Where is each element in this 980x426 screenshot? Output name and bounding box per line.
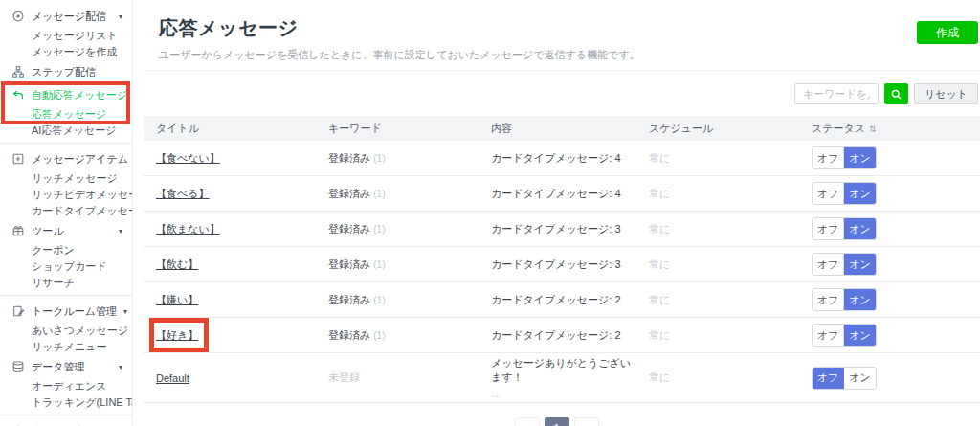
chevron-down-icon: ▾	[123, 307, 127, 316]
sidebar-divider	[0, 415, 132, 415]
column-header: タイトル	[144, 122, 316, 136]
status-toggle: オフオン	[812, 146, 877, 169]
sidebar-item-response-message[interactable]: 応答メッセージ	[0, 106, 132, 123]
status-on-button[interactable]: オン	[844, 368, 876, 389]
sidebar-item-research[interactable]: リサーチ	[0, 275, 132, 291]
sidebar-item-label: 応答メッセージ	[32, 107, 106, 122]
row-content: メッセージありがとうございます！	[491, 356, 636, 385]
row-schedule: 常に	[636, 151, 799, 166]
sidebar-item-audience[interactable]: オーディエンス	[0, 378, 132, 394]
sidebar-divider	[0, 295, 132, 296]
reply-icon	[11, 88, 25, 101]
status-on-button[interactable]: オン	[844, 325, 876, 346]
sidebar-item-label: メッセージを作成	[32, 45, 117, 59]
sidebar-item-rich-message[interactable]: リッチメッセージ	[0, 170, 132, 187]
gift-icon	[11, 224, 25, 237]
keyword-count: (1)	[373, 189, 385, 199]
sidebar-item-message-list[interactable]: メッセージリスト	[0, 28, 132, 44]
table-header: タイトルキーワード内容スケジュールステータス⇅	[144, 116, 980, 141]
column-header[interactable]: ステータス⇅	[799, 122, 980, 136]
row-title-link[interactable]: 【嫌い】	[156, 294, 198, 305]
table-row: 【嫌い】登録済み(1)カードタイプメッセージ: 2常にオフオン	[144, 282, 980, 318]
status-off-button[interactable]: オフ	[813, 368, 844, 389]
sidebar-item-greeting-message[interactable]: あいさつメッセージ	[0, 323, 132, 339]
sidebar-item-tools[interactable]: ツール▾	[0, 219, 132, 242]
sidebar-item-rich-video-message[interactable]: リッチビデオメッセージ	[0, 187, 132, 203]
table-row: 【食べない】登録済み(1)カードタイプメッセージ: 4常にオフオン	[144, 141, 980, 176]
sitemap-icon	[11, 65, 25, 78]
sidebar-item-ai-response-message[interactable]: AI応答メッセージ	[0, 123, 132, 139]
pagination-current[interactable]: 1	[545, 417, 569, 426]
row-schedule: 常に	[636, 258, 799, 272]
database-icon	[11, 360, 25, 373]
row-content: カードタイプメッセージ: 3	[491, 222, 636, 236]
pagination: ‹ 1 ›	[133, 417, 980, 426]
status-off-button[interactable]: オフ	[813, 289, 844, 310]
sidebar-item-label: リサーチ	[32, 276, 75, 290]
status-off-button[interactable]: オフ	[813, 254, 844, 275]
status-off-button[interactable]: オフ	[813, 183, 844, 204]
sidebar-item-message-broadcast[interactable]: メッセージ配信▾	[0, 5, 132, 28]
sidebar-item-label: メッセージアイテム	[32, 152, 128, 167]
table-row: 【飲む】登録済み(1)カードタイプメッセージ: 3常にオフオン	[144, 247, 980, 282]
sidebar-item-label: リッチビデオメッセージ	[32, 188, 133, 202]
chevron-down-icon: ▾	[119, 227, 122, 235]
keyword-status: 登録済み	[328, 258, 370, 270]
row-content: カードタイプメッセージ: 3	[491, 258, 636, 272]
chat-edit-icon	[11, 304, 25, 318]
status-off-button[interactable]: オフ	[813, 325, 844, 346]
sidebar-item-tracking-line-tag[interactable]: トラッキング(LINE Tag)	[0, 394, 132, 411]
status-off-button[interactable]: オフ	[813, 218, 844, 239]
row-title-link[interactable]: 【飲まない】	[156, 223, 220, 235]
page-subtitle: ユーザーからメッセージを受信したときに、事前に設定しておいたメッセージで返信する…	[159, 48, 980, 62]
status-on-button[interactable]: オン	[844, 254, 876, 275]
sidebar-item-auto-response-message[interactable]: 自動応答メッセージ▾	[0, 83, 132, 106]
table-row: 【食べる】登録済み(1)カードタイプメッセージ: 4常にオフオン	[144, 176, 980, 212]
status-on-button[interactable]: オン	[844, 218, 876, 239]
keyword-count: (1)	[373, 295, 385, 305]
keyword-input[interactable]	[794, 83, 879, 104]
row-title-link[interactable]: 【食べる】	[156, 188, 210, 199]
sidebar-divider	[0, 143, 132, 144]
sidebar-item-step-delivery[interactable]: ステップ配信	[0, 60, 132, 83]
sidebar-item-label: トラッキング(LINE Tag)	[32, 395, 133, 410]
status-off-button[interactable]: オフ	[813, 147, 844, 168]
status-on-button[interactable]: オン	[844, 183, 876, 204]
row-title-link[interactable]: 【飲む】	[156, 258, 198, 270]
chevron-down-icon: ▾	[119, 12, 122, 21]
sidebar-item-card-type-message[interactable]: カードタイプメッセージ	[0, 203, 132, 219]
status-on-button[interactable]: オン	[844, 289, 876, 310]
sidebar-item-message-item[interactable]: メッセージアイテム▾	[0, 147, 132, 170]
sidebar-item-data-management[interactable]: データ管理▾	[0, 355, 132, 378]
response-message-table: タイトルキーワード内容スケジュールステータス⇅ 【食べない】登録済み(1)カード…	[144, 116, 980, 403]
row-schedule: 常に	[636, 370, 799, 385]
row-title-link[interactable]: 【食べない】	[156, 152, 220, 164]
header-divider	[144, 70, 980, 71]
row-title-link[interactable]: Default	[156, 372, 189, 384]
status-toggle: オフオン	[812, 253, 877, 276]
sidebar-item-gain-friends[interactable]: 友だちを増やす	[0, 419, 132, 426]
row-schedule: 常に	[636, 328, 799, 343]
sidebar-item-talk-room-management[interactable]: トークルーム管理▾	[0, 300, 132, 323]
search-button[interactable]	[884, 83, 908, 104]
sidebar-item-label: 自動応答メッセージ	[32, 88, 127, 102]
pagination-prev[interactable]: ‹	[515, 417, 540, 426]
sidebar-item-rich-menu[interactable]: リッチメニュー	[0, 339, 132, 355]
reset-button[interactable]: リセット	[914, 83, 978, 104]
sidebar-item-label: カードタイプメッセージ	[32, 204, 133, 218]
pagination-next[interactable]: ›	[574, 417, 599, 426]
status-on-button[interactable]: オン	[844, 147, 876, 168]
keyword-status: 登録済み	[328, 188, 370, 199]
create-button[interactable]: 作成	[917, 21, 978, 44]
row-content: カードタイプメッセージ: 4	[491, 187, 636, 201]
keyword-status: 登録済み	[328, 223, 370, 235]
row-title-link[interactable]: 【好き】	[156, 329, 198, 341]
keyword-count: (1)	[373, 224, 385, 235]
sort-icon[interactable]: ⇅	[869, 124, 877, 134]
sidebar-item-label: メッセージリスト	[32, 29, 118, 43]
broadcast-icon	[11, 10, 25, 23]
sidebar-item-label: あいさつメッセージ	[32, 324, 128, 338]
sidebar-item-message-create[interactable]: メッセージを作成	[0, 44, 132, 60]
sidebar-item-coupon[interactable]: クーポン	[0, 242, 132, 258]
sidebar-item-shop-card[interactable]: ショップカード	[0, 258, 132, 275]
